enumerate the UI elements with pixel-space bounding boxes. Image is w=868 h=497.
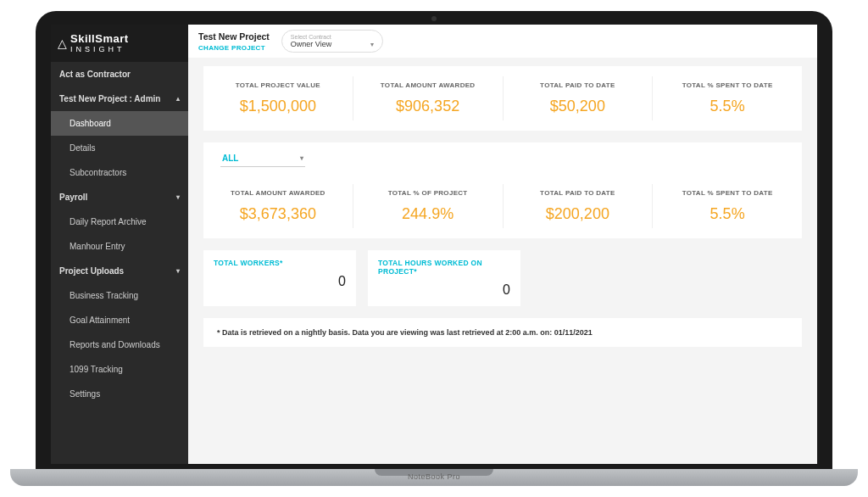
metric-label: TOTAL % OF PROJECT bbox=[357, 189, 499, 197]
metric-value: $906,352 bbox=[357, 98, 499, 115]
project-name: Test New Project bbox=[198, 31, 270, 42]
sidebar-item-subcontractors[interactable]: Subcontractors bbox=[51, 160, 188, 185]
logo-text-bottom: INSIGHT bbox=[70, 46, 129, 53]
metric-value: $3,673,360 bbox=[207, 205, 349, 223]
laptop-frame: △ SkillSmart INSIGHT Act as Contractor T… bbox=[36, 11, 832, 486]
dashboard-content: TOTAL PROJECT VALUE $1,500,000 TOTAL AMO… bbox=[188, 58, 817, 464]
metric-label: TOTAL PAID TO DATE bbox=[507, 81, 649, 89]
sidebar-item-label: Test New Project : Admin bbox=[59, 94, 160, 103]
metric-value: $1,500,000 bbox=[207, 98, 349, 115]
filter-row: ALL bbox=[203, 142, 802, 174]
logo-icon: △ bbox=[58, 36, 67, 50]
sidebar-item-label: Payroll bbox=[59, 193, 87, 202]
filter-select[interactable]: ALL bbox=[220, 150, 305, 167]
sidebar-nav: Act as Contractor Test New Project : Adm… bbox=[51, 62, 188, 464]
camera-dot bbox=[431, 16, 437, 21]
sidebar: △ SkillSmart INSIGHT Act as Contractor T… bbox=[51, 25, 188, 464]
metric-label: TOTAL PAID TO DATE bbox=[507, 189, 649, 197]
sidebar-item-business-tracking[interactable]: Business Tracking bbox=[51, 283, 188, 308]
main-area: Test New Project CHANGE PROJECT Select C… bbox=[188, 25, 817, 464]
change-project-link[interactable]: CHANGE PROJECT bbox=[198, 44, 270, 52]
card-value: 0 bbox=[378, 282, 510, 298]
metric-label: TOTAL AMOUNT AWARDED bbox=[207, 189, 349, 197]
sidebar-item-dashboard[interactable]: Dashboard bbox=[51, 111, 188, 136]
contract-select-value: Owner View bbox=[291, 40, 374, 48]
sidebar-item-1099-tracking[interactable]: 1099 Tracking bbox=[51, 357, 188, 382]
filter-value: ALL bbox=[222, 154, 238, 163]
metric-label: TOTAL % SPENT TO DATE bbox=[656, 81, 798, 89]
metric-label: TOTAL AMOUNT AWARDED bbox=[357, 81, 499, 89]
metric-pct-of-project: TOTAL % OF PROJECT 244.9% bbox=[353, 184, 504, 228]
metric-spent-to-date-mid: TOTAL % SPENT TO DATE 5.5% bbox=[653, 184, 802, 228]
metric-value: 5.5% bbox=[656, 205, 798, 223]
small-cards-row: TOTAL WORKERS* 0 TOTAL HOURS WORKED ON P… bbox=[203, 250, 802, 306]
contract-select[interactable]: Select Contract Owner View bbox=[281, 30, 383, 53]
metric-total-paid-to-date: TOTAL PAID TO DATE $50,200 bbox=[504, 76, 654, 120]
metric-label: TOTAL PROJECT VALUE bbox=[207, 81, 349, 89]
metric-value: 244.9% bbox=[357, 205, 499, 223]
metric-total-amount-awarded: TOTAL AMOUNT AWARDED $906,352 bbox=[353, 76, 504, 120]
metrics-row-mid: TOTAL AMOUNT AWARDED $3,673,360 TOTAL % … bbox=[203, 174, 802, 238]
sidebar-item-project-uploads[interactable]: Project Uploads bbox=[51, 259, 188, 283]
sidebar-item-act-as-contractor[interactable]: Act as Contractor bbox=[51, 62, 188, 87]
topbar: Test New Project CHANGE PROJECT Select C… bbox=[188, 25, 817, 58]
data-refresh-note: * Data is retrieved on a nightly basis. … bbox=[203, 318, 802, 347]
sidebar-item-payroll[interactable]: Payroll bbox=[51, 185, 188, 209]
card-label: TOTAL WORKERS* bbox=[214, 259, 346, 267]
card-total-workers: TOTAL WORKERS* 0 bbox=[203, 250, 356, 306]
logo-text-top: SkillSmart bbox=[70, 33, 129, 44]
metrics-row-top: TOTAL PROJECT VALUE $1,500,000 TOTAL AMO… bbox=[203, 66, 802, 131]
sidebar-item-manhour[interactable]: Manhour Entry bbox=[51, 234, 188, 259]
contract-select-label: Select Contract bbox=[291, 34, 374, 40]
metric-total-spent-to-date: TOTAL % SPENT TO DATE 5.5% bbox=[653, 76, 802, 120]
sidebar-item-goal-attainment[interactable]: Goal Attainment bbox=[51, 308, 188, 332]
sidebar-item-reports[interactable]: Reports and Downloads bbox=[51, 332, 188, 357]
sidebar-item-settings[interactable]: Settings bbox=[51, 382, 188, 406]
metric-value: $200,200 bbox=[507, 205, 649, 223]
card-label: TOTAL HOURS WORKED ON PROJECT* bbox=[378, 259, 510, 276]
metric-value: $50,200 bbox=[507, 98, 649, 115]
app-screen: △ SkillSmart INSIGHT Act as Contractor T… bbox=[51, 25, 817, 464]
logo: △ SkillSmart INSIGHT bbox=[51, 25, 188, 62]
sidebar-item-details[interactable]: Details bbox=[51, 136, 188, 160]
sidebar-item-project-admin[interactable]: Test New Project : Admin bbox=[51, 87, 188, 111]
card-value: 0 bbox=[214, 274, 346, 289]
metric-amount-awarded-mid: TOTAL AMOUNT AWARDED $3,673,360 bbox=[203, 184, 353, 228]
sidebar-item-label: Project Uploads bbox=[59, 266, 124, 276]
sidebar-item-daily-report[interactable]: Daily Report Archive bbox=[51, 209, 188, 234]
card-total-hours: TOTAL HOURS WORKED ON PROJECT* 0 bbox=[368, 250, 520, 306]
metric-paid-to-date-mid: TOTAL PAID TO DATE $200,200 bbox=[504, 184, 654, 228]
metric-total-project-value: TOTAL PROJECT VALUE $1,500,000 bbox=[203, 76, 353, 120]
metric-label: TOTAL % SPENT TO DATE bbox=[656, 189, 798, 197]
screen-bezel: △ SkillSmart INSIGHT Act as Contractor T… bbox=[36, 11, 832, 469]
metric-value: 5.5% bbox=[656, 98, 798, 115]
laptop-model-label: NoteBook Pro bbox=[408, 472, 460, 481]
laptop-base: NoteBook Pro bbox=[10, 469, 858, 486]
sidebar-item-label: Act as Contractor bbox=[59, 70, 131, 79]
topbar-project-block: Test New Project CHANGE PROJECT bbox=[198, 31, 270, 52]
